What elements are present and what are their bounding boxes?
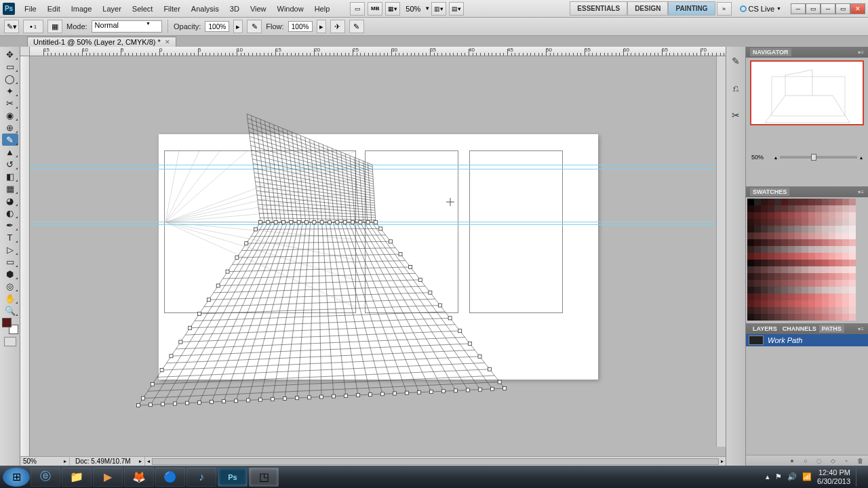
swatch[interactable]: [842, 246, 849, 253]
swatch[interactable]: [802, 314, 808, 321]
swatch[interactable]: [829, 199, 835, 205]
menu-file[interactable]: File: [19, 2, 42, 16]
swatch[interactable]: [768, 226, 774, 232]
swatch[interactable]: [774, 239, 781, 246]
swatch[interactable]: [781, 226, 788, 232]
clone-source-panel-icon[interactable]: ⎌: [728, 81, 743, 96]
ruler-origin[interactable]: [20, 47, 30, 56]
menu-analysis[interactable]: Analysis: [186, 2, 224, 16]
swatch[interactable]: [781, 212, 788, 219]
swatch[interactable]: [795, 232, 802, 239]
tablet-pressure-size-icon[interactable]: ✎: [349, 20, 364, 33]
swatch[interactable]: [768, 314, 774, 321]
swatch[interactable]: [829, 253, 835, 260]
swatch[interactable]: [822, 219, 829, 226]
swatch[interactable]: [761, 260, 768, 266]
swatch[interactable]: [808, 260, 815, 266]
tray-volume-icon[interactable]: 📶: [802, 472, 812, 481]
scroll-right-button[interactable]: ▸: [719, 458, 726, 464]
swatch[interactable]: [808, 199, 815, 205]
swatch[interactable]: [768, 212, 774, 219]
3d-tool[interactable]: ⬢: [2, 268, 18, 280]
show-desktop-button[interactable]: [856, 468, 861, 487]
swatch[interactable]: [774, 253, 781, 260]
swatch[interactable]: [822, 266, 829, 273]
swatch[interactable]: [747, 307, 754, 314]
taskbar-media-icon[interactable]: ▶: [93, 468, 123, 487]
tab-paths[interactable]: PATHS: [819, 325, 844, 333]
horizontal-ruler[interactable]: 151050510152025303540455055606570: [30, 47, 726, 56]
swatch[interactable]: [788, 205, 795, 212]
navigator-thumbnail[interactable]: [750, 60, 864, 125]
swatch[interactable]: [781, 239, 788, 246]
dodge-tool[interactable]: ◐: [2, 207, 18, 219]
swatch[interactable]: [788, 253, 795, 260]
swatches-tab[interactable]: SWATCHES: [750, 188, 789, 196]
tab-layers[interactable]: LAYERS: [750, 325, 780, 333]
swatch[interactable]: [822, 226, 829, 232]
swatch[interactable]: [849, 212, 856, 219]
swatch[interactable]: [802, 266, 808, 273]
status-doc-size[interactable]: Doc: 5.49M/10.7M: [69, 458, 136, 465]
swatch[interactable]: [849, 260, 856, 266]
swatch[interactable]: [829, 287, 835, 293]
swatch[interactable]: [808, 239, 815, 246]
swatch[interactable]: [795, 266, 802, 273]
swatch[interactable]: [761, 212, 768, 219]
swatch[interactable]: [835, 246, 842, 253]
swatch[interactable]: [788, 314, 795, 321]
document-tab[interactable]: Untitled-1 @ 50% (Layer 2, CMYK/8) * ✕: [27, 37, 176, 47]
swatch[interactable]: [842, 226, 849, 232]
swatch[interactable]: [774, 232, 781, 239]
swatch[interactable]: [781, 273, 788, 280]
swatch[interactable]: [788, 219, 795, 226]
zoom-in-icon[interactable]: ▴: [860, 155, 863, 161]
swatch[interactable]: [808, 226, 815, 232]
swatch[interactable]: [781, 205, 788, 212]
swatch[interactable]: [842, 199, 849, 205]
tablet-pressure-opacity-icon[interactable]: ✎: [247, 20, 262, 33]
swatch[interactable]: [808, 273, 815, 280]
swatch[interactable]: [849, 307, 856, 314]
swatch[interactable]: [815, 239, 822, 246]
grid-button-a[interactable]: ▥▾: [431, 2, 446, 16]
swatch[interactable]: [835, 280, 842, 287]
wand-tool[interactable]: ✦: [2, 85, 18, 97]
swatch[interactable]: [802, 205, 808, 212]
swatch[interactable]: [815, 260, 822, 266]
tray-action-center-icon[interactable]: ⚑: [775, 472, 782, 481]
swatch[interactable]: [842, 307, 849, 314]
swatch[interactable]: [774, 307, 781, 314]
swatch[interactable]: [849, 293, 856, 300]
start-button[interactable]: ⊞: [3, 468, 30, 487]
swatch[interactable]: [754, 287, 761, 293]
swatch[interactable]: [822, 314, 829, 321]
swatch[interactable]: [761, 253, 768, 260]
swatch[interactable]: [754, 266, 761, 273]
swatch[interactable]: [761, 239, 768, 246]
swatch[interactable]: [774, 205, 781, 212]
swatch[interactable]: [761, 300, 768, 307]
menu-filter[interactable]: Filter: [158, 2, 185, 16]
swatch[interactable]: [829, 266, 835, 273]
swatch[interactable]: [842, 232, 849, 239]
swatch[interactable]: [747, 246, 754, 253]
swatch[interactable]: [822, 212, 829, 219]
swatch[interactable]: [747, 273, 754, 280]
swatch[interactable]: [761, 205, 768, 212]
marquee-tool[interactable]: ▭: [2, 60, 18, 73]
swatch[interactable]: [747, 293, 754, 300]
swatch[interactable]: [815, 287, 822, 293]
menu-layer[interactable]: Layer: [97, 2, 127, 16]
swatch[interactable]: [849, 246, 856, 253]
swatch[interactable]: [761, 307, 768, 314]
swatch[interactable]: [815, 300, 822, 307]
swatch[interactable]: [808, 205, 815, 212]
swatch[interactable]: [754, 300, 761, 307]
swatch[interactable]: [822, 205, 829, 212]
swatch[interactable]: [768, 205, 774, 212]
swatch[interactable]: [829, 246, 835, 253]
swatch[interactable]: [747, 314, 754, 321]
swatch[interactable]: [774, 293, 781, 300]
shape-tool[interactable]: ▭: [2, 256, 18, 268]
